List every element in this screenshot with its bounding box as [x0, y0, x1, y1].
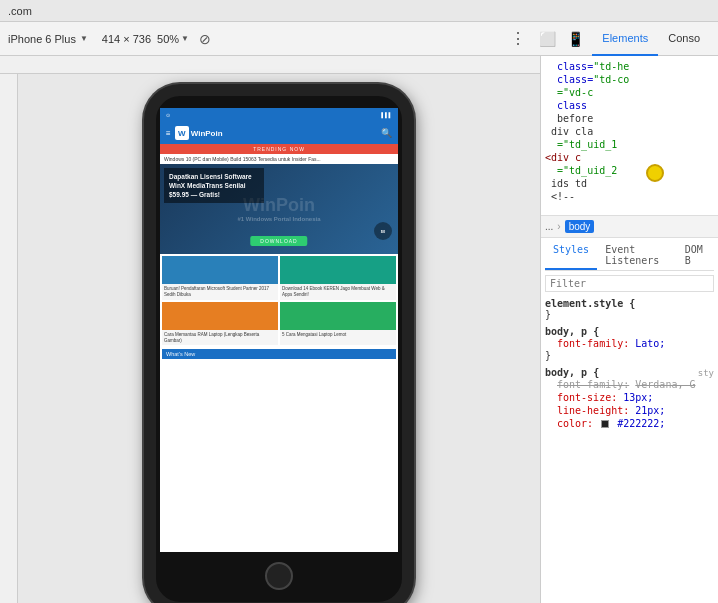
browser-bar: .com: [0, 0, 718, 22]
style-origin: sty: [698, 368, 714, 378]
html-line: ids td: [545, 177, 714, 190]
html-line: ="td_uid_2: [545, 164, 714, 177]
color-swatch: [601, 420, 609, 428]
winpoin-logo-text: WinPoin: [191, 129, 223, 138]
phone-signal-icons: ▌▌▌: [381, 112, 392, 118]
device-name: iPhone 6 Plus: [8, 33, 76, 45]
breadcrumb-bar: ... › body: [541, 216, 718, 238]
html-line: before: [545, 112, 714, 125]
zoom-value: 50%: [157, 33, 179, 45]
styles-panel[interactable]: Styles Event Listeners DOM B element.sty…: [541, 238, 718, 603]
news-card-img-3: [162, 302, 278, 330]
style-property-color: color: #222222;: [545, 417, 714, 430]
phone-content: ⊙ ▌▌▌ ≡ W WinPoin: [160, 108, 398, 552]
style-property-line-height: line-height: 21px;: [545, 404, 714, 417]
preview-area: ⊙ ▌▌▌ ≡ W WinPoin: [0, 56, 540, 603]
dots-icon: ⋮: [510, 30, 526, 47]
phone-home-button[interactable]: [265, 562, 293, 590]
ruler-vertical: [0, 74, 18, 603]
tab-event-listeners[interactable]: Event Listeners: [597, 242, 677, 270]
tab-styles[interactable]: Styles: [545, 242, 597, 270]
rotate-button[interactable]: ⊘: [195, 29, 215, 49]
device-mode-icon: 📱: [567, 31, 584, 47]
html-view: class="td-he class="td-co ="vd-c class b…: [541, 56, 718, 216]
style-brace: }: [545, 309, 714, 320]
hero-section: WinPoin #1 Windows Portal Indonesia Dapa…: [160, 164, 398, 254]
tab-console[interactable]: Conso: [658, 22, 710, 56]
news-card-text-3: Cara Memantau RAM Laptop (Lengkap Besert…: [162, 330, 278, 346]
style-selector-3: body, p {: [545, 367, 599, 378]
html-line: class="td-co: [545, 73, 714, 86]
news-card-img-2: [280, 256, 396, 284]
trending-label: TRENDING NOW: [253, 146, 305, 152]
html-line: ="td_uid_1: [545, 138, 714, 151]
style-selector: element.style {: [545, 298, 714, 309]
news-card-1: Buruan! Pendaftaran Microsoft Student Pa…: [162, 256, 278, 300]
news-card-3: Cara Memantau RAM Laptop (Lengkap Besert…: [162, 302, 278, 346]
ruler-horizontal: [0, 56, 540, 74]
trending-bar: TRENDING NOW: [160, 144, 398, 154]
tab-elements[interactable]: Elements: [592, 22, 658, 56]
news-card-text-4: 5 Cara Mengatasi Laptop Lemot: [280, 330, 396, 340]
phone-status-bar: ⊙ ▌▌▌: [160, 108, 398, 122]
phone-container: ⊙ ▌▌▌ ≡ W WinPoin: [144, 84, 414, 603]
style-selector-row: body, p { sty: [545, 367, 714, 378]
news-card-2: Download 14 Ebook KEREN Jago Membuat Web…: [280, 256, 396, 300]
search-icon: 🔍: [381, 128, 392, 138]
style-rule-body-p-1: body, p { font-family: Lato; }: [545, 326, 714, 361]
style-property-font-size: font-size: 13px;: [545, 391, 714, 404]
phone-screen: ⊙ ▌▌▌ ≡ W WinPoin: [160, 108, 398, 552]
breadcrumb-body[interactable]: body: [565, 220, 595, 233]
zoom-selector[interactable]: 50% ▼: [157, 33, 189, 45]
phone-frame: ⊙ ▌▌▌ ≡ W WinPoin: [144, 84, 414, 603]
phone-status-icons: ⊙: [166, 112, 170, 118]
style-rule-body-p-2: body, p { sty font-family: Verdana, G fo…: [545, 367, 714, 430]
html-line: <!--: [545, 190, 714, 203]
filter-input[interactable]: [545, 275, 714, 292]
winpoin-logo: W WinPoin: [175, 126, 223, 140]
winpoin-logo-icon: W: [175, 126, 189, 140]
style-selector-2: body, p {: [545, 326, 714, 337]
hero-promo-title: Dapatkan Lisensi Software WinX MediaTran…: [169, 172, 259, 199]
devtools-toolbar: iPhone 6 Plus ▼ 414 × 736 50% ▼ ⊘ ⋮ ⬜ 📱 …: [0, 22, 718, 56]
elements-panel: class="td-he class="td-co ="vd-c class b…: [541, 56, 718, 603]
more-options-button[interactable]: ⋮: [506, 27, 530, 50]
inspect-element-button[interactable]: ⬜: [536, 28, 558, 50]
download-button[interactable]: DOWNLOAD: [250, 236, 307, 246]
device-selector[interactable]: iPhone 6 Plus ▼: [8, 33, 88, 45]
device-mode-button[interactable]: 📱: [564, 28, 586, 50]
news-grid: Buruan! Pendaftaran Microsoft Student Pa…: [160, 254, 398, 347]
html-line: class: [545, 99, 714, 112]
whats-new-bar: What's New: [162, 349, 396, 359]
main-area: ⊙ ▌▌▌ ≡ W WinPoin: [0, 56, 718, 603]
style-brace-2: }: [545, 350, 714, 361]
html-line: class="td-he: [545, 60, 714, 73]
html-line: <div c: [545, 151, 714, 164]
hamburger-icon: ≡: [166, 129, 171, 138]
device-chevron-icon: ▼: [80, 34, 88, 43]
tab-dom-breakpoints[interactable]: DOM B: [677, 242, 714, 270]
rotate-icon: ⊘: [199, 31, 211, 47]
devtools-tabs: Elements Conso: [592, 22, 710, 56]
news-card-img-4: [280, 302, 396, 330]
styles-tabs: Styles Event Listeners DOM B: [545, 242, 714, 271]
devtools-panel: class="td-he class="td-co ="vd-c class b…: [540, 56, 718, 603]
style-property-font-family-1: font-family: Lato;: [545, 337, 714, 350]
winpoin-navbar: ≡ W WinPoin 🔍: [160, 122, 398, 144]
inspect-icon: ⬜: [539, 31, 556, 47]
news-card-4: 5 Cara Mengatasi Laptop Lemot: [280, 302, 396, 346]
style-property-font-family-2: font-family: Verdana, G: [545, 378, 714, 391]
dimension-display: 414 × 736: [102, 33, 151, 45]
news-card-img-1: [162, 256, 278, 284]
url-display: .com: [8, 5, 32, 17]
html-line: div cla: [545, 125, 714, 138]
html-line: ="vd-c: [545, 86, 714, 99]
breadcrumb-dots[interactable]: ...: [545, 221, 553, 232]
hero-promo-box: Dapatkan Lisensi Software WinX MediaTran…: [164, 168, 264, 203]
trending-text: Windows 10 (PC dan Mobile) Build 15063 T…: [160, 154, 398, 164]
zoom-chevron-icon: ▼: [181, 34, 189, 43]
price-badge: $0: [374, 222, 392, 240]
style-rule-element: element.style { }: [545, 298, 714, 320]
filter-row: [545, 275, 714, 292]
news-card-text-2: Download 14 Ebook KEREN Jago Membuat Web…: [280, 284, 396, 300]
